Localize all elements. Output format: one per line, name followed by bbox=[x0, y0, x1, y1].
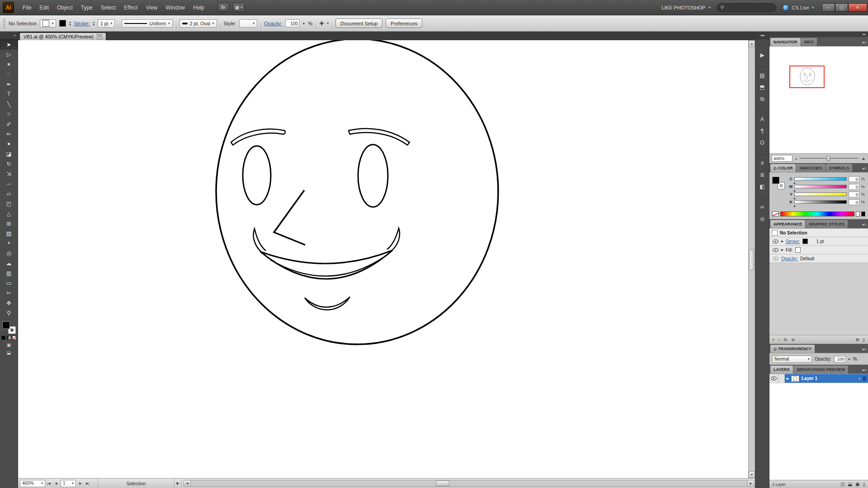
last-artboard-button[interactable]: ▶| bbox=[84, 480, 91, 487]
hand-tool[interactable]: ✥ bbox=[0, 298, 18, 308]
appearance-fill-row[interactable]: ▶ Fill: bbox=[769, 246, 868, 254]
create-new-layer-icon[interactable]: ▣ bbox=[855, 482, 859, 487]
maximize-button[interactable]: ▢ bbox=[835, 3, 848, 12]
artboard-tool[interactable]: ▭ bbox=[0, 278, 18, 288]
stroke-weight-spinner[interactable]: ▴ ▾ bbox=[93, 21, 95, 26]
search-box[interactable]: ⚲ bbox=[717, 3, 776, 12]
fill-color-swatch[interactable] bbox=[795, 247, 801, 253]
opentype-panel-icon[interactable]: O bbox=[755, 137, 769, 149]
yellow-value-input[interactable]: 0 bbox=[849, 192, 859, 197]
appearance-opacity-row[interactable]: Opacity: Default bbox=[769, 254, 868, 263]
layer-target-icon[interactable]: ○ bbox=[859, 376, 861, 381]
menu-edit[interactable]: Edit bbox=[35, 0, 53, 15]
direct-selection-tool[interactable]: ▷ bbox=[0, 49, 18, 59]
navigator-view-rectangle[interactable] bbox=[789, 66, 825, 88]
scale-tool[interactable]: ⇲ bbox=[0, 169, 18, 178]
clear-appearance-icon[interactable]: ⊘ bbox=[791, 337, 795, 342]
artboard-canvas[interactable] bbox=[18, 40, 748, 478]
blend-mode-dropdown[interactable]: Normal ▾ bbox=[772, 356, 812, 363]
tools-panel-expand[interactable]: » bbox=[0, 32, 18, 39]
black-swatch[interactable] bbox=[861, 211, 865, 216]
duplicate-item-icon[interactable]: ⧉ bbox=[856, 337, 859, 343]
shape-builder-tool[interactable]: ◰ bbox=[0, 198, 18, 208]
previous-artboard-button[interactable]: ◀ bbox=[52, 480, 60, 487]
opacity-attribute-link[interactable]: Opacity: bbox=[781, 256, 798, 261]
artboards-panel-icon[interactable]: ▤ bbox=[755, 70, 769, 81]
layer-row[interactable]: ▶ Layer 1 ○ bbox=[769, 374, 868, 383]
black-slider[interactable]: ▲ bbox=[794, 200, 847, 204]
panel-collapse-icon[interactable]: ◇ bbox=[774, 166, 777, 170]
color-spectrum-bar[interactable] bbox=[780, 211, 854, 216]
width-tool[interactable]: ↔ bbox=[0, 178, 18, 188]
fill-stroke-proxy[interactable] bbox=[2, 321, 16, 334]
horizontal-scroll-track[interactable] bbox=[191, 480, 747, 486]
slice-tool[interactable]: ✂ bbox=[0, 288, 18, 298]
arrange-documents-button[interactable]: ▦ ▾ bbox=[232, 3, 245, 12]
cyan-value-input[interactable]: 0 bbox=[849, 176, 859, 182]
navigator-zoom-slider[interactable] bbox=[800, 158, 859, 159]
status-menu-button[interactable]: ▶ bbox=[175, 480, 182, 487]
make-clipping-mask-icon[interactable]: ◫ bbox=[840, 482, 844, 487]
align-panel-icon[interactable]: ≣ bbox=[755, 169, 769, 181]
layer-row-selected[interactable]: ▶ Layer 1 ○ bbox=[785, 374, 868, 383]
panel-menu-icon[interactable]: ▾≡ bbox=[862, 167, 868, 172]
preferences-button[interactable]: Preferences bbox=[386, 19, 422, 28]
color-fill-stroke-proxy[interactable] bbox=[772, 177, 785, 189]
none-mode-button[interactable] bbox=[12, 336, 16, 340]
menu-effect[interactable]: Effect bbox=[120, 0, 142, 15]
character-panel-icon[interactable]: A bbox=[755, 113, 769, 125]
controlbar-grip[interactable] bbox=[3, 19, 5, 28]
cyan-slider[interactable]: ▲ bbox=[794, 177, 847, 181]
stroke-color-spinner[interactable]: ▴ ▾ bbox=[69, 21, 71, 26]
slider-thumb-icon[interactable]: ▲ bbox=[793, 204, 796, 207]
transform-panel-icon[interactable]: ⬒ bbox=[755, 81, 769, 93]
fill-proxy-swatch[interactable] bbox=[772, 177, 779, 184]
appearance-stroke-row[interactable]: ▶ Stroke: 1 pt bbox=[769, 237, 868, 246]
opacity-slider-popup-icon[interactable]: ▸ bbox=[849, 357, 850, 361]
menu-select[interactable]: Select bbox=[97, 0, 120, 15]
free-transform-tool[interactable]: ▱ bbox=[0, 188, 18, 198]
stroke-color-swatch[interactable] bbox=[802, 239, 808, 244]
transparency-opacity-input[interactable]: 100 bbox=[834, 356, 846, 362]
slider-thumb-icon[interactable]: ▲ bbox=[793, 181, 796, 184]
tab-graphic-styles[interactable]: GRAPHIC STYLES bbox=[806, 220, 848, 228]
close-button[interactable]: ✕ bbox=[848, 3, 867, 12]
tab-layers[interactable]: LAYERS bbox=[770, 366, 793, 374]
tab-navigator[interactable]: NAVIGATOR bbox=[770, 38, 801, 46]
menu-help[interactable]: Help bbox=[189, 0, 208, 15]
magenta-slider[interactable]: ▲ bbox=[794, 185, 847, 188]
icon-dock-collapse[interactable]: ◂◂ bbox=[755, 32, 769, 39]
pencil-tool[interactable]: ✏ bbox=[0, 129, 18, 139]
bridge-button[interactable]: Br bbox=[217, 3, 229, 12]
navigator-preview[interactable] bbox=[769, 47, 868, 153]
horizontal-scroll-thumb[interactable] bbox=[436, 480, 449, 486]
magic-wand-tool[interactable]: ✶ bbox=[0, 59, 18, 69]
layer-lock-column[interactable] bbox=[778, 374, 785, 383]
stroke-attribute-link[interactable]: Stroke: bbox=[786, 239, 800, 244]
pathfinder-panel-icon[interactable]: ⧉ bbox=[755, 93, 769, 105]
search-input[interactable] bbox=[726, 5, 773, 10]
magenta-value-input[interactable]: 0 bbox=[849, 184, 859, 190]
menu-object[interactable]: Object bbox=[53, 0, 77, 15]
zoom-out-icon[interactable]: ▲ bbox=[795, 157, 797, 160]
eraser-tool[interactable]: ◪ bbox=[0, 149, 18, 159]
scroll-left-button[interactable]: ◀ bbox=[184, 480, 191, 486]
navigator-zoom-input[interactable]: 400% bbox=[772, 155, 793, 162]
horizontal-scrollbar[interactable]: ◀ ▶ bbox=[184, 480, 755, 487]
gradient-tool[interactable]: ▧ bbox=[0, 228, 18, 238]
add-new-stroke-icon[interactable]: ▪ bbox=[773, 337, 774, 342]
menu-view[interactable]: View bbox=[142, 0, 162, 15]
perspective-grid-tool[interactable]: △ bbox=[0, 208, 18, 218]
close-icon[interactable]: ✕ bbox=[97, 34, 102, 39]
minimize-button[interactable]: — bbox=[822, 3, 835, 12]
workspace-switcher[interactable]: LIKE PHOTOSHOP ▾ bbox=[661, 5, 710, 10]
menu-type[interactable]: Type bbox=[77, 0, 97, 15]
navigator-zoom-slider-thumb[interactable] bbox=[827, 156, 830, 161]
zoom-level-dropdown[interactable]: 400% ▾ bbox=[20, 480, 45, 487]
layer-visibility-toggle[interactable] bbox=[769, 374, 778, 383]
tab-appearance[interactable]: APPEARANCE bbox=[770, 220, 805, 228]
stroke-color-swatch[interactable] bbox=[59, 20, 66, 27]
ellipse-tool[interactable]: ○ bbox=[0, 109, 18, 119]
color-mode-button[interactable] bbox=[1, 336, 5, 340]
tab-swatches[interactable]: SWATCHES bbox=[796, 164, 825, 172]
